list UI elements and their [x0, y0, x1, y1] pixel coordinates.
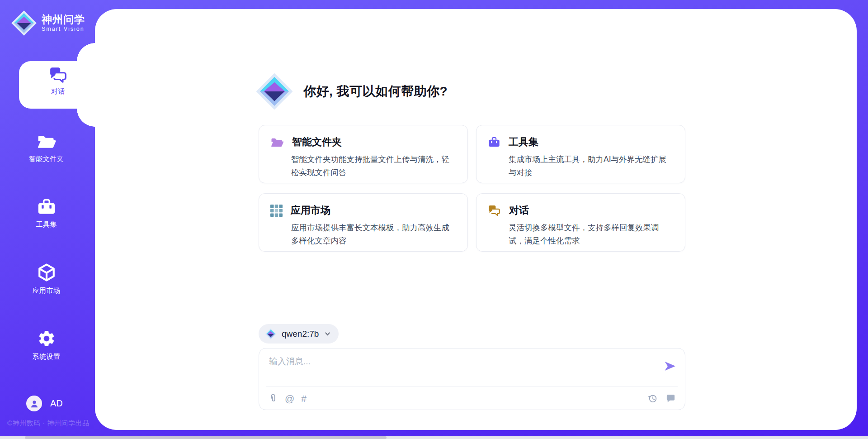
- sidebar-item-toolbox[interactable]: 工具集: [0, 198, 93, 229]
- card-description: 应用市场提供丰富长文本模板，助力高效生成多样化文章内容: [291, 221, 456, 248]
- brand-logo: 神州问学 Smart Vision: [11, 10, 85, 36]
- horizontal-scrollbar[interactable]: [0, 436, 868, 439]
- feature-cards: 智能文件夹 智能文件夹功能支持批量文件上传与清洗，轻松实现文件问答 工具集 集成…: [259, 125, 685, 252]
- avatar: [26, 396, 42, 411]
- brand-subtitle: Smart Vision: [42, 26, 85, 32]
- sidebar-item-app-market[interactable]: 应用市场: [0, 263, 93, 295]
- message-input[interactable]: [269, 356, 658, 382]
- send-button[interactable]: [663, 359, 677, 373]
- chat-icon: [49, 67, 68, 83]
- sidebar-item-smart-folder[interactable]: 智能文件夹: [0, 133, 93, 163]
- card-chat[interactable]: 对话 灵活切换多模型文件，支持多样回复效果调试，满足个性化需求: [476, 193, 685, 252]
- gear-icon: [37, 329, 56, 348]
- user-profile[interactable]: AD: [26, 396, 63, 411]
- user-name: AD: [50, 398, 63, 409]
- card-description: 集成市场上主流工具，助力AI与外界无缝扩展与对接: [509, 153, 673, 179]
- card-title: 工具集: [509, 135, 538, 149]
- chat-icon: [488, 205, 501, 216]
- tab-fillet-bottom: [77, 109, 95, 127]
- model-gem-icon: [265, 328, 277, 340]
- sidebar-item-label: 智能文件夹: [29, 155, 64, 163]
- toolbox-icon: [37, 198, 57, 216]
- tab-fillet-top: [77, 43, 95, 61]
- greeting-title: 你好, 我可以如何帮助你?: [303, 83, 448, 100]
- message-composer: @ #: [259, 348, 685, 410]
- toolbox-icon: [488, 136, 500, 148]
- main-panel: 你好, 我可以如何帮助你? 智能文件夹 智能文件夹功能支持批量文件上传与清洗，轻…: [95, 9, 857, 430]
- assistant-gem-icon: [255, 72, 293, 110]
- card-title: 智能文件夹: [292, 135, 342, 149]
- card-toolbox[interactable]: 工具集 集成市场上主流工具，助力AI与外界无缝扩展与对接: [476, 125, 685, 183]
- card-smart-folder[interactable]: 智能文件夹 智能文件夹功能支持批量文件上传与清洗，轻松实现文件问答: [259, 125, 468, 183]
- grid-icon: [270, 205, 283, 217]
- sidebar: 神州问学 Smart Vision 对话 智能文件夹 工具集 应用市场: [0, 0, 95, 436]
- send-icon: [664, 360, 676, 372]
- copyright-footer: ©神州数码 · 神州问学出品: [7, 419, 89, 428]
- cube-icon: [37, 263, 56, 282]
- sidebar-item-label: 系统设置: [33, 353, 61, 361]
- brand-gem-icon: [11, 10, 37, 36]
- sidebar-item-settings[interactable]: 系统设置: [0, 329, 93, 361]
- composer-toolbar: @ #: [259, 387, 685, 410]
- card-description: 灵活切换多模型文件，支持多样回复效果调试，满足个性化需求: [509, 221, 673, 248]
- person-icon: [29, 399, 39, 409]
- attach-button[interactable]: [268, 393, 278, 403]
- sidebar-item-label: 对话: [51, 87, 65, 96]
- scrollbar-thumb[interactable]: [25, 436, 387, 439]
- sidebar-item-label: 应用市场: [33, 286, 61, 295]
- history-icon: [647, 393, 658, 404]
- hashtag-button[interactable]: #: [301, 394, 307, 403]
- card-title: 对话: [509, 204, 529, 217]
- sidebar-item-label: 工具集: [36, 220, 57, 229]
- sidebar-item-chat[interactable]: 对话: [19, 61, 97, 109]
- paperclip-icon: [268, 393, 278, 403]
- card-app-market[interactable]: 应用市场 应用市场提供丰富长文本模板，助力高效生成多样化文章内容: [259, 193, 468, 252]
- comment-icon: [665, 393, 676, 404]
- model-selector[interactable]: qwen2:7b: [259, 324, 339, 344]
- folder-icon: [37, 133, 57, 150]
- history-button[interactable]: [647, 393, 658, 404]
- card-title: 应用市场: [291, 204, 330, 217]
- chevron-down-icon: [324, 330, 331, 338]
- card-description: 智能文件夹功能支持批量文件上传与清洗，轻松实现文件问答: [291, 153, 456, 179]
- brand-name: 神州问学: [42, 14, 85, 25]
- greeting: 你好, 我可以如何帮助你?: [255, 72, 448, 110]
- folder-icon: [270, 137, 284, 148]
- comment-button[interactable]: [665, 393, 676, 404]
- mention-button[interactable]: @: [285, 394, 294, 403]
- model-name: qwen2:7b: [282, 329, 319, 339]
